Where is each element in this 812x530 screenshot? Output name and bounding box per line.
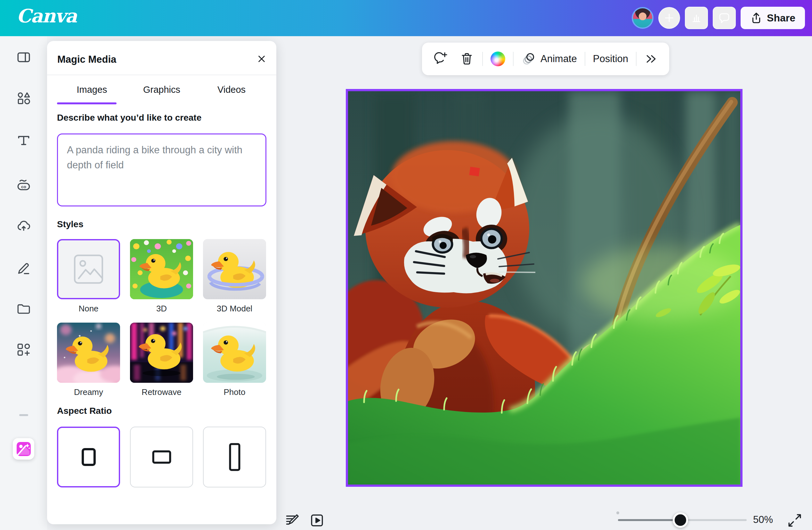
- avatar[interactable]: [632, 7, 653, 29]
- sidebar-item-design[interactable]: [0, 41, 47, 73]
- aspect-ratio-row: [57, 427, 266, 487]
- insights-icon: [690, 11, 703, 25]
- comments-button[interactable]: [713, 7, 736, 29]
- sidebar-item-draw[interactable]: [0, 252, 47, 284]
- style-thumb-photo: [203, 323, 266, 383]
- brand-icon: co: [16, 177, 32, 193]
- expand-icon: [787, 512, 803, 528]
- aspect-option-portrait[interactable]: [203, 427, 266, 487]
- add-member-button[interactable]: [658, 7, 680, 29]
- zoom-min-marker: [617, 512, 619, 514]
- sidebar: co: [0, 36, 47, 530]
- landscape-ratio-icon: [148, 447, 175, 467]
- zoom-percent[interactable]: 50%: [753, 514, 773, 526]
- fullscreen-button[interactable]: [786, 512, 804, 529]
- toolbar-divider: [636, 52, 637, 66]
- close-panel-button[interactable]: [254, 51, 269, 67]
- tab-images[interactable]: Images: [57, 79, 127, 101]
- share-label: Share: [767, 12, 795, 24]
- comments-icon: [717, 11, 731, 25]
- style-thumb-dreamy: [57, 323, 120, 383]
- color-wheel-icon: [491, 51, 505, 66]
- style-option-none[interactable]: None: [57, 239, 120, 314]
- projects-icon: [16, 301, 32, 317]
- sidebar-item-projects[interactable]: [0, 293, 47, 325]
- svg-text:co: co: [21, 185, 26, 189]
- present-button[interactable]: [308, 512, 326, 529]
- delete-button[interactable]: [456, 49, 478, 69]
- style-label: Dreamy: [57, 387, 120, 397]
- text-icon: [16, 132, 32, 148]
- double-chevron-icon: [644, 52, 658, 66]
- top-bar: Canva Share: [0, 0, 812, 36]
- canva-editor: Canva Share: [0, 0, 812, 530]
- sidebar-item-uploads[interactable]: [0, 210, 47, 242]
- elements-icon: [16, 90, 32, 106]
- image-placeholder-icon: [58, 240, 119, 298]
- toolbar-divider: [585, 52, 585, 66]
- apps-icon: [16, 342, 32, 358]
- draw-icon: [16, 260, 32, 276]
- toolbar-divider: [482, 52, 483, 66]
- uploads-icon: [16, 218, 32, 234]
- notes-button[interactable]: [284, 512, 301, 529]
- styles-label: Styles: [57, 219, 84, 230]
- sidebar-item-apps[interactable]: [0, 334, 47, 366]
- style-label: 3D Model: [203, 304, 266, 314]
- panel-tabs: Images Graphics Videos: [57, 79, 266, 101]
- aspect-option-landscape[interactable]: [130, 427, 193, 487]
- top-bar-controls: Share: [632, 7, 805, 29]
- red-panda-artwork: [348, 91, 740, 485]
- close-icon: [256, 54, 267, 64]
- sidebar-item-brand[interactable]: co: [0, 169, 47, 201]
- share-button[interactable]: Share: [741, 7, 805, 29]
- style-option-photo[interactable]: Photo: [203, 323, 266, 397]
- magic-media-panel: Magic Media Images Graphics Videos Descr…: [47, 41, 276, 524]
- sidebar-divider: [19, 414, 28, 416]
- prompt-input[interactable]: [57, 133, 266, 206]
- style-option-3d-model[interactable]: 3D Model: [203, 239, 266, 314]
- share-upload-icon: [750, 12, 763, 24]
- aspect-option-square[interactable]: [57, 427, 120, 487]
- aspect-ratio-label: Aspect Ratio: [57, 406, 112, 416]
- styles-grid: None 3D: [57, 239, 266, 397]
- style-option-3d[interactable]: 3D: [130, 239, 193, 314]
- animate-button[interactable]: Animate: [518, 49, 580, 69]
- design-icon: [16, 49, 32, 65]
- color-button[interactable]: [487, 49, 508, 69]
- style-option-dreamy[interactable]: Dreamy: [57, 323, 120, 397]
- panel-divider: [47, 75, 276, 75]
- style-label: Photo: [203, 387, 266, 397]
- style-thumb-3d-model: [203, 239, 266, 299]
- comment-add-icon: [433, 51, 448, 67]
- position-button[interactable]: Position: [590, 49, 632, 69]
- style-option-retrowave[interactable]: Retrowave: [130, 323, 193, 397]
- animate-icon: [521, 51, 537, 67]
- zoom-slider-thumb[interactable]: [673, 512, 688, 528]
- tab-videos[interactable]: Videos: [197, 79, 266, 101]
- square-ratio-icon: [77, 443, 101, 471]
- more-tools-button[interactable]: [641, 49, 662, 69]
- canvas-image[interactable]: [346, 89, 742, 487]
- active-tab-underline: [57, 102, 117, 104]
- element-toolbar: Animate Position: [422, 43, 669, 75]
- position-label: Position: [593, 53, 628, 65]
- present-icon: [309, 512, 325, 528]
- sidebar-item-elements[interactable]: [0, 82, 47, 114]
- zoom-slider-fill: [618, 519, 680, 521]
- sidebar-item-magic-media[interactable]: [13, 438, 34, 460]
- canva-logo[interactable]: Canva: [17, 5, 76, 27]
- style-thumb-none: [57, 239, 120, 299]
- notes-icon: [284, 512, 300, 528]
- style-label: None: [57, 304, 120, 314]
- magic-media-icon: [16, 442, 31, 456]
- comment-button[interactable]: [430, 49, 451, 69]
- style-thumb-retrowave: [130, 323, 193, 383]
- portrait-ratio-icon: [227, 440, 243, 474]
- style-thumb-3d: [130, 239, 193, 299]
- sidebar-item-text[interactable]: [0, 124, 47, 157]
- describe-label: Describe what you’d like to create: [57, 113, 201, 123]
- animate-label: Animate: [540, 53, 577, 65]
- tab-graphics[interactable]: Graphics: [127, 79, 197, 101]
- insights-button[interactable]: [685, 7, 708, 29]
